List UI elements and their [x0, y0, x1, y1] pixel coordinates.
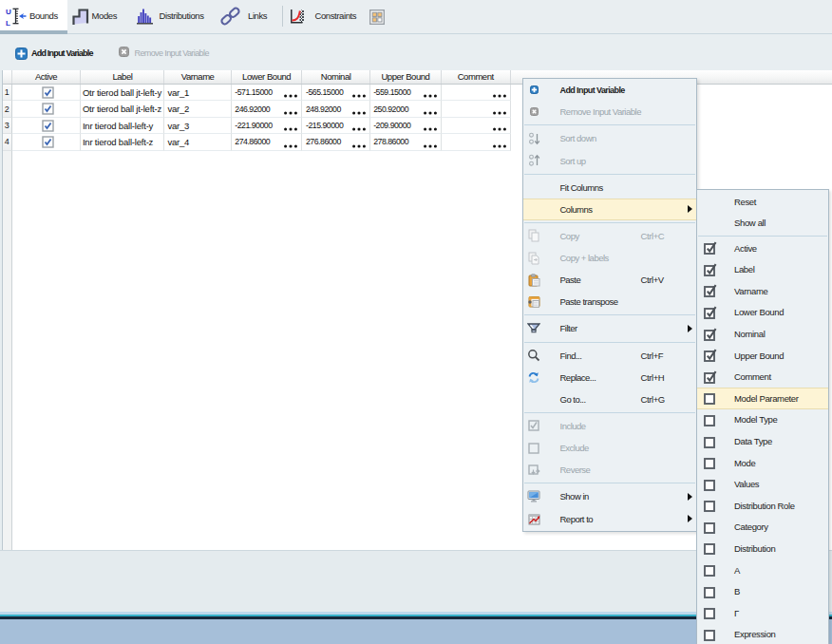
svg-text:U: U	[6, 8, 11, 16]
svg-text:L: L	[6, 19, 10, 27]
